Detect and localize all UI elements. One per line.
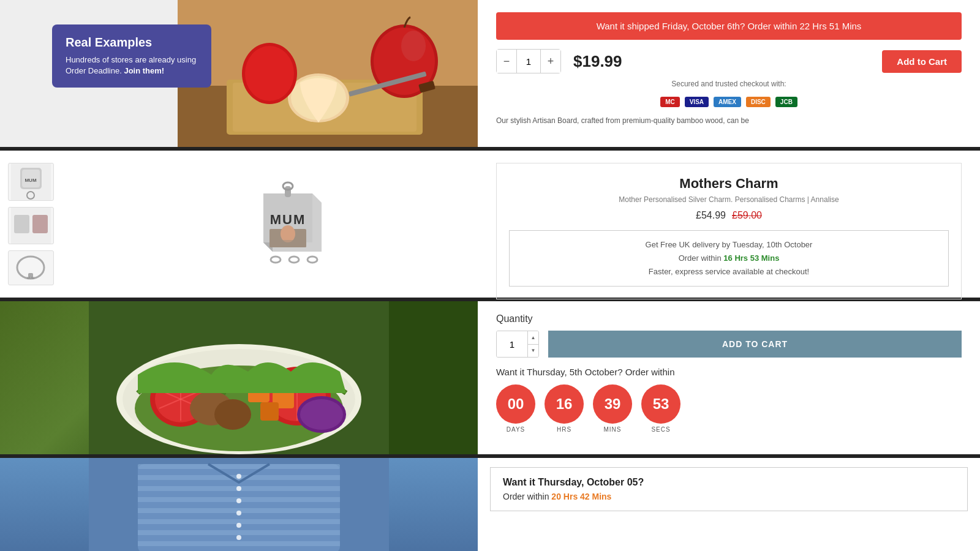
svg-rect-29 <box>270 240 306 247</box>
qty-down-arrow[interactable]: ▼ <box>528 345 538 358</box>
delivery-info-box: Get Free UK delivery by Tuesday, 10th Oc… <box>509 230 949 287</box>
secure-checkout-text: Secured and trusted checkout with: <box>496 80 962 88</box>
countdown-mins: 39 MINS <box>593 384 632 433</box>
delivery-line2: Order within 16 Hrs 53 Mins <box>517 252 941 265</box>
countdown-row: 00 DAYS 16 HRS 39 MINS 53 SECS <box>496 384 962 433</box>
mum-charm-main-icon: MUM <box>178 157 361 291</box>
svg-rect-62 <box>138 530 340 535</box>
salad-image <box>89 301 389 454</box>
qty-up-arrow[interactable]: ▲ <box>528 331 538 345</box>
quantity-label: Quantity <box>496 313 962 324</box>
countdown-secs-value: 53 <box>641 384 680 424</box>
thumb-charm-2-icon <box>11 207 51 245</box>
real-examples-box: Real Examples Hundreds of stores are alr… <box>52 24 211 88</box>
product-image-top <box>178 0 478 147</box>
svg-rect-19 <box>14 215 29 233</box>
section2-right-panel: Mothers Charm Mother Personalised Silver… <box>478 151 980 298</box>
product-subtitle: Mother Personalised Silver Charm. Person… <box>509 195 949 204</box>
qty-minus-button[interactable]: − <box>497 50 516 73</box>
qty-stepper-wrapper[interactable]: ▲ ▼ <box>496 331 539 358</box>
apple-image <box>178 0 478 147</box>
price-original: £59.00 <box>732 210 762 221</box>
svg-point-6 <box>401 31 426 61</box>
visa-icon: VISA <box>685 97 709 107</box>
order-within-time: 20 Hrs 42 Mins <box>551 492 611 501</box>
qty-number-input[interactable] <box>497 331 527 357</box>
section2-left-panel: MUM MUM <box>0 151 478 298</box>
section1-left-panel: Real Examples Hundreds of stores are alr… <box>0 0 478 147</box>
svg-point-65 <box>236 486 241 491</box>
svg-rect-33 <box>285 186 291 197</box>
qty-add-row: ▲ ▼ ADD TO CART <box>496 331 962 358</box>
svg-rect-20 <box>32 215 48 233</box>
shipping-banner: Want it shipped Friday, October 6th? Ord… <box>496 12 962 40</box>
food-photo <box>0 301 478 454</box>
quantity-control[interactable]: − + <box>496 49 561 73</box>
thumb-bracelet-icon: MUM <box>11 251 51 285</box>
svg-point-10 <box>245 46 294 101</box>
countdown-mins-value: 39 <box>593 384 632 424</box>
price-group: £54.99 £59.00 <box>509 210 949 221</box>
svg-text:MUM: MUM <box>27 276 34 280</box>
thumb-charm-icon: MUM <box>11 163 51 201</box>
svg-point-69 <box>236 535 241 540</box>
payment-icons-row: MC VISA AMEX DISC JCB <box>496 97 962 107</box>
want-it-delivery-title: Want it Thursday, October 05? <box>503 477 955 488</box>
countdown-days: 00 DAYS <box>496 384 535 433</box>
qty-arrows: ▲ ▼ <box>527 331 538 357</box>
countdown-days-label: DAYS <box>507 426 526 433</box>
svg-point-28 <box>281 225 295 242</box>
countdown-hrs: 16 HRS <box>545 384 584 433</box>
product-info-card: Mothers Charm Mother Personalised Silver… <box>496 163 962 299</box>
section3-food-image <box>0 301 478 454</box>
countdown-days-value: 00 <box>496 384 535 424</box>
section4-right-panel: Want it Thursday, October 05? Order with… <box>478 458 980 551</box>
svg-point-31 <box>289 257 299 263</box>
countdown-mins-label: MINS <box>604 426 622 433</box>
section-clothing: Want it Thursday, October 05? Order with… <box>0 458 980 551</box>
jcb-icon: JCB <box>775 97 797 107</box>
svg-point-32 <box>307 257 317 263</box>
product-title: Mothers Charm <box>509 176 949 192</box>
countdown-hrs-value: 16 <box>545 384 584 424</box>
add-to-cart-button-main[interactable]: ADD TO CART <box>548 331 962 358</box>
delivery-line1: Get Free UK delivery by Tuesday, 10th Oc… <box>517 238 941 252</box>
want-it-text: Want it Thursday, 5th October? Order wit… <box>496 367 962 377</box>
clothing-image <box>89 458 389 551</box>
thumbnail-2[interactable] <box>8 207 54 245</box>
section-top: Real Examples Hundreds of stores are alr… <box>0 0 980 147</box>
mastercard-icon: MC <box>660 97 680 107</box>
section-mothers-charm: MUM MUM <box>0 151 980 298</box>
quantity-price-row: − + $19.99 Add to Cart <box>496 49 962 73</box>
svg-point-30 <box>271 257 281 263</box>
delivery-line3: Faster, express service available at che… <box>517 265 941 279</box>
svg-text:MUM: MUM <box>24 178 36 183</box>
qty-plus-button[interactable]: + <box>541 50 560 73</box>
svg-point-66 <box>236 498 241 503</box>
amex-icon: AMEX <box>714 97 741 107</box>
svg-rect-63 <box>138 541 340 546</box>
price-current: £54.99 <box>696 210 726 221</box>
countdown-secs-label: SECS <box>651 426 670 433</box>
countdown-hrs-label: HRS <box>557 426 571 433</box>
svg-rect-49 <box>260 402 279 421</box>
discover-icon: DISC <box>746 97 771 107</box>
price-display: $19.99 <box>573 52 622 71</box>
thumbnail-bracelet[interactable]: MUM <box>8 250 54 285</box>
thumbnail-column: MUM MUM <box>0 151 61 298</box>
thumbnail-1[interactable]: MUM <box>8 163 54 201</box>
want-it-delivery-box: Want it Thursday, October 05? Order with… <box>490 467 968 511</box>
svg-point-67 <box>236 511 241 515</box>
artisan-description: Our stylish Artisan Board, crafted from … <box>496 116 962 125</box>
svg-text:MUM: MUM <box>270 212 306 227</box>
section4-clothing-image <box>0 458 478 551</box>
section1-right-panel: Want it shipped Friday, October 6th? Ord… <box>478 0 980 147</box>
qty-input-field[interactable] <box>516 50 541 73</box>
svg-rect-56 <box>138 464 340 469</box>
svg-point-68 <box>236 523 241 528</box>
order-within-text: Order within 20 Hrs 42 Mins <box>503 492 955 501</box>
section-food-product: Quantity ▲ ▼ ADD TO CART Want it Thursda… <box>0 301 980 454</box>
svg-point-64 <box>236 474 241 479</box>
add-to-cart-button-top[interactable]: Add to Cart <box>882 50 962 73</box>
svg-point-53 <box>300 399 343 430</box>
